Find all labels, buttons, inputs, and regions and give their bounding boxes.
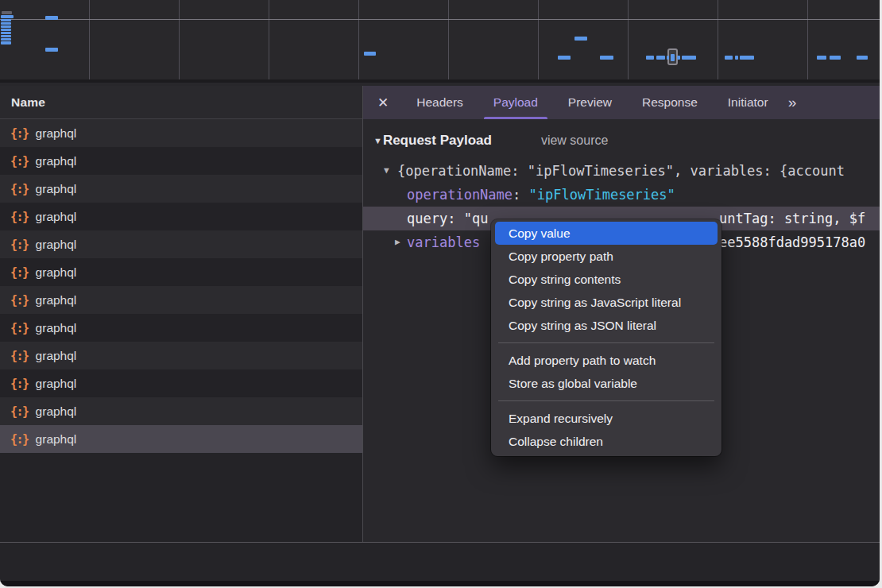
name-column-label: Name [11, 95, 45, 110]
json-braces-icon: {:} [10, 321, 29, 335]
request-payload-section-header[interactable]: ▼ Request Payload view source [373, 133, 608, 149]
menu-item-expand-recursively[interactable]: Expand recursively [491, 407, 721, 430]
json-braces-icon: {:} [10, 293, 29, 308]
request-row-selected[interactable]: {:}graphql [0, 425, 362, 453]
overview-request-bar [45, 48, 58, 52]
overview-request-bar [682, 56, 696, 60]
overview-gridline [0, 19, 880, 20]
view-source-link[interactable]: view source [541, 133, 608, 148]
tab-headers[interactable]: Headers [401, 86, 478, 119]
code-segment: variables [407, 234, 480, 250]
code-segment: untTag: string, $f [719, 211, 865, 226]
menu-item-copy-string-contents[interactable]: Copy string contents [491, 268, 721, 291]
menu-item-copy-value[interactable]: Copy value [495, 222, 718, 245]
tab-response[interactable]: Response [627, 86, 713, 119]
json-braces-icon: {:} [10, 265, 29, 280]
request-name: graphql [36, 154, 77, 168]
request-row[interactable]: {:}graphql [0, 342, 362, 369]
json-braces-icon: {:} [10, 404, 29, 419]
expanded-triangle-icon[interactable]: ▼ [384, 159, 389, 183]
tree-row-query[interactable]: query: "qu [407, 207, 488, 230]
request-row[interactable]: {:}graphql [0, 119, 362, 147]
overview-request-bar [677, 56, 680, 60]
json-braces-icon: {:} [10, 126, 29, 141]
code-segment: "ipFlowTimeseries" [529, 187, 675, 203]
request-row[interactable]: {:}graphql [0, 203, 362, 230]
request-row[interactable]: {:}graphql [0, 230, 362, 258]
json-braces-icon: {:} [10, 154, 29, 168]
network-overview[interactable] [0, 0, 880, 83]
overview-request-bar [671, 54, 675, 61]
json-braces-icon: {:} [10, 377, 29, 391]
request-name: graphql [36, 265, 77, 280]
overview-request-bar [1, 38, 11, 41]
code-segment: query [407, 211, 447, 226]
request-name: graphql [36, 404, 77, 419]
overview-request-bar [735, 56, 738, 60]
code-segment: {operationName: "ipFlowTimeseries", vari… [397, 163, 845, 179]
close-icon[interactable]: ✕ [377, 95, 389, 111]
menu-item-copy-property-path[interactable]: Copy property path [491, 245, 721, 268]
overview-request-bar [830, 56, 841, 60]
code-segment: operationName [407, 187, 513, 203]
request-name: graphql [36, 182, 77, 196]
window-bottom-edge [0, 581, 880, 586]
more-tabs-icon[interactable]: » [788, 94, 795, 111]
overview-request-bar [656, 56, 665, 60]
request-row[interactable]: {:}graphql [0, 258, 362, 286]
tab-payload[interactable]: Payload [478, 86, 553, 119]
code-segment: : [447, 211, 463, 226]
request-row[interactable]: {:}graphql [0, 397, 362, 425]
tree-row-object-preview[interactable]: {operationName: "ipFlowTimeseries", vari… [397, 159, 845, 183]
request-row[interactable]: {:}graphql [0, 175, 362, 203]
tree-row-query-tail[interactable]: untTag: string, $f [719, 207, 865, 230]
section-expanded-triangle-icon[interactable]: ▼ [373, 136, 382, 145]
request-name: graphql [36, 293, 77, 308]
section-title: Request Payload [383, 133, 492, 149]
json-braces-icon: {:} [10, 210, 29, 224]
overview-request-bar [600, 56, 613, 60]
menu-item-add-property-path-to-watch[interactable]: Add property path to watch [491, 349, 721, 372]
request-name: graphql [36, 238, 77, 252]
overview-request-bar [1, 25, 11, 28]
overview-request-bar [646, 56, 654, 60]
request-row[interactable]: {:}graphql [0, 369, 362, 397]
overview-request-bar [1, 41, 11, 44]
request-row[interactable]: {:}graphql [0, 314, 362, 342]
menu-item-store-as-global-variable[interactable]: Store as global variable [491, 372, 721, 395]
menu-item-collapse-children[interactable]: Collapse children [491, 430, 721, 453]
overview-request-bar [1, 35, 11, 37]
request-name: graphql [36, 432, 77, 447]
devtools-window: Name {:}graphql {:}graphql {:}graphql {:… [0, 0, 880, 586]
tree-row-variables-tail[interactable]: ee5588fdad995178a0 [719, 230, 865, 254]
request-row[interactable]: {:}graphql [0, 286, 362, 314]
tree-row-operation-name[interactable]: operationName: "ipFlowTimeseries" [407, 183, 675, 207]
request-name: graphql [36, 210, 77, 224]
name-column-header[interactable]: Name [0, 86, 362, 119]
overview-request-bar [2, 11, 12, 14]
overview-request-bar [1, 19, 11, 21]
request-name: graphql [36, 126, 77, 141]
overview-request-bar [725, 56, 733, 60]
network-summary-bar [0, 542, 880, 581]
overview-request-bar [740, 56, 754, 60]
tab-initiator[interactable]: Initiator [713, 86, 783, 119]
collapsed-triangle-icon[interactable]: ▶ [395, 230, 400, 254]
tree-row-variables[interactable]: variables [407, 230, 480, 254]
tab-preview[interactable]: Preview [553, 86, 627, 119]
overview-request-bar [1, 15, 14, 18]
request-list-panel: Name {:}graphql {:}graphql {:}graphql {:… [0, 86, 362, 542]
request-row[interactable]: {:}graphql [0, 147, 362, 175]
menu-item-copy-string-js-literal[interactable]: Copy string as JavaScript literal [491, 291, 721, 314]
overview-request-bar [1, 32, 11, 34]
overview-request-bar [667, 56, 669, 60]
overview-request-bar [364, 52, 376, 56]
context-menu: Copy value Copy property path Copy strin… [491, 219, 721, 456]
menu-item-copy-string-json-literal[interactable]: Copy string as JSON literal [491, 314, 721, 337]
request-rows: {:}graphql {:}graphql {:}graphql {:}grap… [0, 119, 362, 453]
overview-request-bar [1, 29, 11, 31]
request-name: graphql [36, 349, 77, 363]
details-tabbar: ✕ Headers Payload Preview Response Initi… [363, 86, 880, 119]
json-braces-icon: {:} [10, 432, 29, 447]
menu-separator [498, 400, 714, 401]
